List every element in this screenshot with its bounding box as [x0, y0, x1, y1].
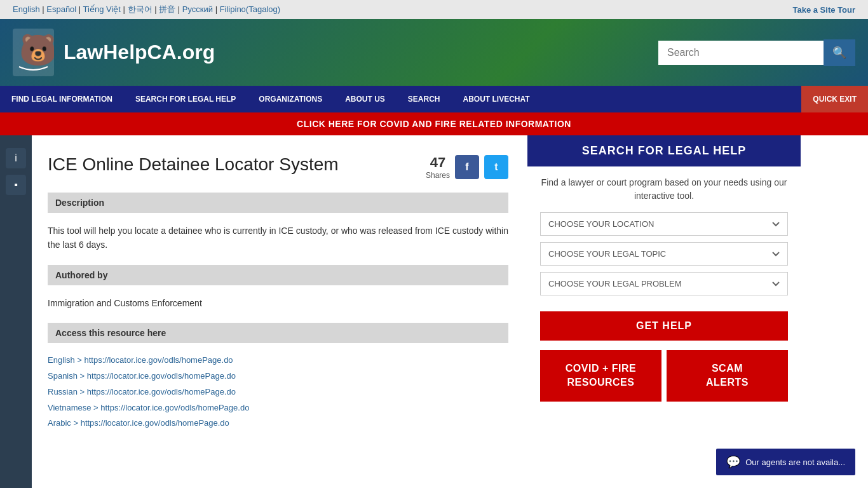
- nav-find-legal[interactable]: FIND LEGAL INFORMATION: [0, 86, 124, 112]
- site-header: 🐻 LawHelpCA.org 🔍: [0, 19, 868, 86]
- lang-tagalog[interactable]: Filipino(Tagalog): [220, 4, 280, 14]
- share-number: 47: [426, 154, 450, 171]
- left-sidebar: i ▪: [0, 135, 32, 488]
- right-sidebar: SEARCH FOR LEGAL HELP Find a lawyer or c…: [527, 135, 801, 488]
- location-select[interactable]: CHOOSE YOUR LOCATION: [540, 212, 788, 236]
- language-links: English | Español | Tiếng Việt | 한국어 | 拼…: [13, 4, 280, 15]
- main-content: i ▪ 47 Shares f t ICE Online Detainee Lo…: [0, 135, 868, 488]
- svg-text:🐻: 🐻: [19, 32, 54, 68]
- facebook-share-button[interactable]: f: [455, 155, 479, 179]
- access-resource-header: Access this resource here: [48, 323, 508, 343]
- nav-organizations[interactable]: ORGANIZATIONS: [247, 86, 334, 112]
- resource-link-english[interactable]: English > https://locator.ice.gov/odls/h…: [48, 354, 508, 367]
- chat-icon: 💬: [726, 455, 740, 469]
- nav-about-us[interactable]: ABOUT US: [334, 86, 397, 112]
- share-area: 47 Shares f t: [426, 154, 508, 180]
- lang-spanish[interactable]: Español: [46, 4, 76, 14]
- share-count: 47 Shares: [426, 154, 450, 180]
- nav-search-legal-help[interactable]: SEARCH FOR LEGAL HELP: [124, 86, 247, 112]
- search-button[interactable]: 🔍: [824, 39, 855, 66]
- chat-text: Our agents are not availa...: [745, 458, 845, 467]
- nav-about-livechat[interactable]: ABOUT LIVECHAT: [451, 86, 541, 112]
- description-header: Description: [48, 193, 508, 213]
- resource-links: English > https://locator.ice.gov/odls/h…: [48, 351, 508, 445]
- get-help-button[interactable]: GET HELP: [540, 311, 788, 341]
- california-bear-logo: 🐻: [13, 29, 54, 76]
- resource-link-arabic[interactable]: Arabic > https://locator.ice.gov/odls/ho…: [48, 417, 508, 430]
- main-nav: FIND LEGAL INFORMATION SEARCH FOR LEGAL …: [0, 86, 868, 112]
- authored-by-text: Immigration and Customs Enforcement: [48, 293, 508, 323]
- authored-by-header: Authored by: [48, 265, 508, 285]
- nav-search[interactable]: SEARCH: [397, 86, 452, 112]
- shares-label: Shares: [426, 171, 450, 180]
- nav-quick-exit[interactable]: QUICK EXIT: [801, 86, 868, 112]
- twitter-share-button[interactable]: t: [484, 155, 508, 179]
- covid-banner[interactable]: CLICK HERE FOR COVID AND FIRE RELATED IN…: [0, 112, 868, 135]
- chat-widget[interactable]: 💬 Our agents are not availa...: [716, 449, 855, 475]
- topic-select[interactable]: CHOOSE YOUR LEGAL TOPIC: [540, 242, 788, 266]
- lang-chinese[interactable]: 拼音: [159, 4, 175, 14]
- resource-link-russian[interactable]: Russian > https://locator.ice.gov/odls/h…: [48, 386, 508, 399]
- top-language-bar: English | Español | Tiếng Việt | 한국어 | 拼…: [0, 0, 868, 19]
- logo-area: 🐻 LawHelpCA.org: [13, 29, 215, 76]
- search-legal-desc: Find a lawyer or court program based on …: [527, 166, 801, 209]
- info-icon[interactable]: i: [6, 148, 26, 168]
- lang-english[interactable]: English: [13, 4, 40, 14]
- search-legal-title: SEARCH FOR LEGAL HELP: [527, 135, 801, 166]
- scam-alerts-button[interactable]: SCAMALERTS: [667, 350, 788, 402]
- lang-korean[interactable]: 한국어: [128, 4, 153, 14]
- site-logo-text: LawHelpCA.org: [64, 41, 215, 64]
- covid-resources-button[interactable]: COVID + FIRERESOURCES: [540, 350, 661, 402]
- lang-vietnamese[interactable]: Tiếng Việt: [83, 4, 121, 14]
- resource-link-spanish[interactable]: Spanish > https://locator.ice.gov/odls/h…: [48, 370, 508, 383]
- description-text: This tool will help you locate a detaine…: [48, 220, 508, 265]
- search-input[interactable]: [658, 41, 824, 65]
- lang-russian[interactable]: Русский: [182, 4, 213, 14]
- problem-select[interactable]: CHOOSE YOUR LEGAL PROBLEM: [540, 272, 788, 295]
- site-tour-link[interactable]: Take a Site Tour: [793, 5, 856, 15]
- quick-links: COVID + FIRERESOURCES SCAMALERTS: [527, 350, 801, 411]
- legal-selects: CHOOSE YOUR LOCATION CHOOSE YOUR LEGAL T…: [527, 209, 801, 308]
- block-icon[interactable]: ▪: [6, 175, 26, 195]
- header-search-area: 🔍: [658, 39, 855, 66]
- article-content: 47 Shares f t ICE Online Detainee Locato…: [32, 135, 527, 488]
- resource-link-vietnamese[interactable]: Vietnamese > https://locator.ice.gov/odl…: [48, 402, 508, 415]
